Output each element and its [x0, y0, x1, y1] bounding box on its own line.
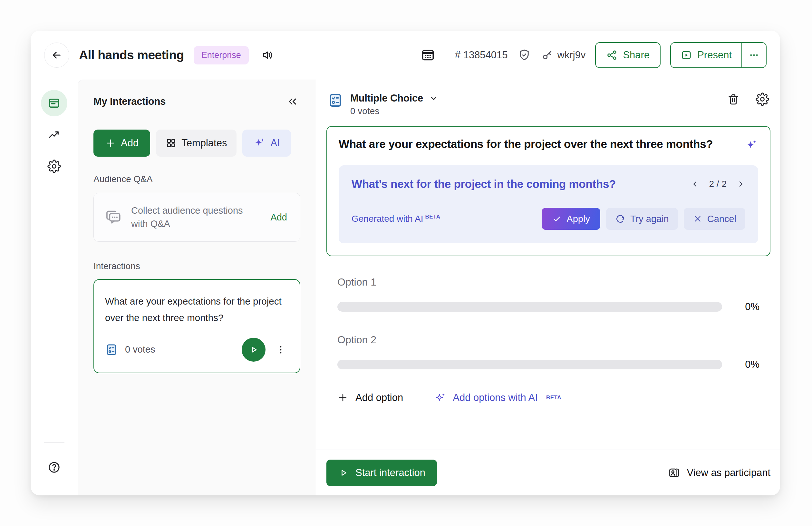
megaphone-icon[interactable] [260, 48, 274, 62]
top-header: All hands meeting Enterprise # 13854015 … [31, 31, 780, 80]
more-options-button[interactable] [742, 43, 766, 67]
key-icon [541, 49, 554, 61]
content-area: My Interactions Add [31, 80, 780, 495]
generated-with-ai-label: Generated with AIBETA [351, 214, 440, 224]
multiple-choice-icon-large [328, 93, 343, 116]
templates-button[interactable]: Templates [156, 130, 236, 157]
nav-rail [31, 80, 78, 495]
apply-button[interactable]: Apply [542, 208, 600, 230]
option-row: Option 1 0% [337, 276, 759, 313]
view-as-participant-button[interactable]: View as participant [668, 467, 770, 479]
participant-icon [668, 467, 680, 479]
interaction-card-votes: 0 votes [125, 344, 155, 355]
chevron-down-icon [429, 94, 438, 103]
interaction-type-label: Multiple Choice [350, 93, 423, 104]
interaction-card[interactable]: What are your expectations for the proje… [93, 279, 300, 373]
trending-up-icon [47, 128, 61, 142]
add-options-with-ai-button[interactable]: Add options with AIBETA [434, 392, 561, 404]
rail-interactions-item[interactable] [41, 90, 67, 116]
back-button[interactable] [44, 43, 69, 68]
qa-card: Collect audience questions with Q&A Add [93, 193, 300, 242]
editor-column: Multiple Choice 0 votes [316, 80, 780, 495]
option-row: Option 2 0% [337, 334, 759, 370]
option-label[interactable]: Option 2 [337, 334, 759, 346]
delete-button[interactable] [727, 93, 740, 106]
suggestion-count: 2 / 2 [709, 179, 727, 189]
interactions-list-label: Interactions [93, 261, 300, 271]
present-button[interactable]: Present [671, 43, 742, 67]
present-play-icon [681, 49, 692, 61]
access-code[interactable]: wkrj9v [541, 49, 586, 61]
grid-icon [165, 138, 177, 148]
presentation-id: # 13854015 [455, 49, 508, 61]
start-interaction-button[interactable]: Start interaction [327, 459, 437, 486]
editor-votes: 0 votes [350, 106, 438, 116]
qa-section-label: Audience Q&A [93, 174, 300, 184]
share-icon [606, 49, 618, 61]
previous-suggestion-button[interactable] [691, 180, 699, 188]
add-options-row: Add option Add options with AIBETA [327, 392, 770, 404]
plus-icon [105, 138, 116, 148]
app-window: All hands meeting Enterprise # 13854015 … [31, 31, 780, 495]
add-interaction-button[interactable]: Add [93, 130, 150, 157]
slides-icon [47, 96, 61, 110]
sparkle-icon [253, 137, 265, 149]
ellipsis-icon [749, 49, 759, 61]
rail-settings-item[interactable] [41, 153, 67, 180]
interaction-card-question: What are your expectations for the proje… [105, 293, 289, 326]
next-suggestion-button[interactable] [736, 180, 745, 188]
editor-footer: Start interaction View as participant [316, 450, 780, 495]
rail-bottom [41, 442, 67, 481]
chat-bubbles-icon [104, 208, 123, 227]
card-menu-button[interactable] [273, 338, 289, 361]
presentation-title[interactable]: All hands meeting [79, 48, 184, 62]
cancel-button[interactable]: Cancel [684, 208, 745, 230]
header-actions: # 13854015 wkrj9v Share [420, 42, 767, 68]
multiple-choice-icon [105, 343, 118, 356]
play-icon [248, 344, 259, 355]
start-card-play-button[interactable] [242, 338, 265, 361]
rail-results-item[interactable] [41, 122, 67, 148]
trash-icon [727, 93, 740, 106]
share-button[interactable]: Share [595, 42, 661, 68]
qa-card-text: Collect audience questions with Q&A [131, 204, 259, 230]
help-icon [47, 460, 61, 474]
settings-gear-icon [756, 93, 769, 106]
kebab-icon [275, 344, 286, 355]
plan-badge: Enterprise [194, 46, 249, 65]
plus-icon [337, 392, 348, 403]
panel-title: My Interactions [93, 96, 165, 107]
interaction-settings-button[interactable] [756, 93, 769, 106]
qa-add-button[interactable]: Add [268, 212, 290, 223]
try-again-button[interactable]: Try again [606, 208, 678, 230]
option-label[interactable]: Option 1 [337, 276, 759, 288]
question-text[interactable]: What are your expectations for the proje… [339, 138, 736, 151]
suggestion-pager: 2 / 2 [691, 179, 745, 189]
sparkle-outline-icon [434, 392, 446, 404]
ai-sparkle-icon[interactable] [745, 138, 758, 152]
play-outline-icon [338, 467, 349, 478]
option-result-bar [337, 360, 722, 369]
collapse-panel-button[interactable] [284, 94, 300, 110]
arrow-left-icon [51, 49, 62, 61]
rail-help-item[interactable] [41, 454, 67, 481]
interaction-type-dropdown[interactable]: Multiple Choice [350, 93, 438, 104]
refresh-icon [615, 214, 625, 224]
editor-area: Multiple Choice 0 votes [316, 80, 780, 450]
ai-button[interactable]: AI [242, 130, 291, 157]
close-icon [693, 214, 702, 224]
voting-pad-icon[interactable] [420, 48, 435, 62]
present-split-button: Present [670, 42, 767, 68]
check-icon [552, 214, 562, 224]
question-input[interactable]: What are your expectations for the proje… [327, 126, 770, 256]
header-divider [445, 45, 445, 65]
interactions-panel: My Interactions Add [78, 80, 316, 495]
option-percent: 0% [734, 301, 759, 313]
ai-suggestion-panel: What’s next for the project in the comin… [339, 165, 758, 243]
add-option-button[interactable]: Add option [337, 392, 403, 403]
ai-suggestion-text: What’s next for the project in the comin… [351, 177, 681, 190]
chevrons-left-icon [286, 95, 299, 108]
shield-check-icon[interactable] [518, 48, 531, 62]
options-list: Option 1 0% Option 2 [327, 276, 770, 370]
option-result-bar [337, 302, 722, 312]
